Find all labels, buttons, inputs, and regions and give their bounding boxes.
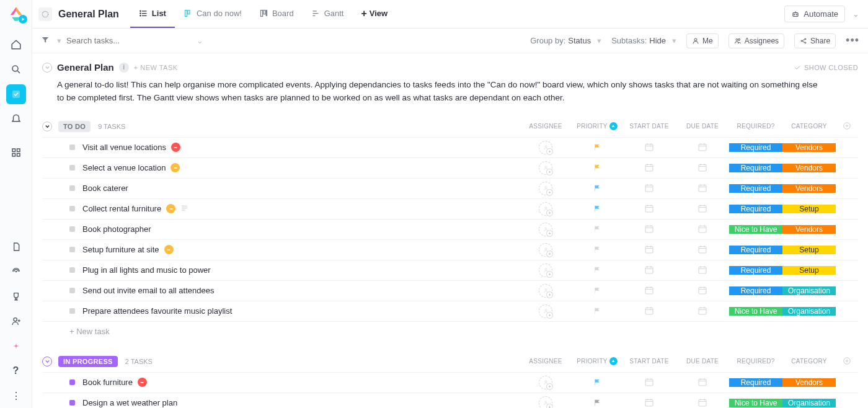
new-task-link[interactable]: + NEW TASK — [134, 64, 178, 71]
status-square-icon[interactable] — [69, 206, 75, 211]
doc-icon[interactable] — [6, 237, 26, 257]
priority-cell[interactable] — [572, 378, 622, 386]
due-date-cell[interactable] — [676, 244, 729, 256]
assignee-cell[interactable]: + — [520, 396, 572, 408]
due-date-cell[interactable] — [676, 162, 729, 174]
home-icon[interactable] — [6, 35, 26, 55]
status-square-icon[interactable] — [69, 185, 75, 191]
col-start-date[interactable]: START DATE — [622, 358, 676, 365]
assignee-cell[interactable]: + — [520, 182, 572, 195]
status-square-icon[interactable] — [69, 247, 75, 252]
task-row[interactable]: Book caterer + Required Vendors — [42, 179, 858, 199]
due-date-cell[interactable] — [676, 182, 729, 195]
task-row[interactable]: Design a wet weather plan + Nice to Have… — [42, 393, 858, 408]
help-icon[interactable]: ? — [6, 361, 26, 381]
status-badge[interactable]: TO DO — [58, 121, 91, 132]
task-row[interactable]: Prepare attendees favourite music playli… — [42, 301, 858, 322]
task-row[interactable]: Select a venue location + Required Vendo… — [42, 158, 858, 179]
list-collapse-icon[interactable] — [42, 63, 52, 73]
required-cell[interactable]: Required — [729, 205, 782, 213]
col-required[interactable]: REQUIRED? — [729, 123, 782, 130]
priority-cell[interactable] — [572, 225, 622, 233]
assignee-cell[interactable]: + — [520, 264, 572, 277]
category-cell[interactable]: Vendors — [782, 225, 836, 234]
add-column-icon[interactable] — [836, 357, 858, 366]
filter-caret-icon[interactable]: ▾ — [57, 36, 61, 45]
start-date-cell[interactable] — [622, 182, 676, 195]
category-cell[interactable]: Vendors — [782, 164, 836, 172]
category-cell[interactable]: Setup — [782, 266, 836, 275]
priority-cell[interactable] — [572, 266, 622, 274]
tab-board[interactable]: Board — [250, 0, 303, 28]
due-date-cell[interactable] — [676, 141, 729, 154]
automate-chevron-icon[interactable]: ⌄ — [850, 9, 862, 19]
add-view-button[interactable]: +View — [352, 0, 396, 28]
assignee-cell[interactable]: + — [520, 161, 572, 175]
required-cell[interactable]: Required — [729, 378, 782, 387]
priority-cell[interactable] — [572, 286, 622, 295]
app-logo[interactable] — [7, 5, 25, 22]
col-due-date[interactable]: DUE DATE — [676, 358, 729, 365]
info-icon[interactable]: i — [119, 63, 129, 73]
search-input[interactable] — [66, 36, 153, 45]
start-date-cell[interactable] — [622, 285, 676, 297]
col-due-date[interactable]: DUE DATE — [676, 123, 729, 130]
task-row[interactable]: Book photographer + Nice to Have Vendors — [42, 220, 858, 240]
start-date-cell[interactable] — [622, 376, 676, 389]
col-category[interactable]: CATEGORY — [782, 123, 836, 130]
col-required[interactable]: REQUIRED? — [729, 358, 782, 365]
due-date-cell[interactable] — [676, 285, 729, 297]
required-cell[interactable]: Required — [729, 246, 782, 254]
start-date-cell[interactable] — [622, 162, 676, 174]
category-cell[interactable]: Setup — [782, 246, 836, 254]
required-cell[interactable]: Required — [729, 266, 782, 275]
col-priority[interactable]: PRIORITY — [572, 357, 622, 365]
required-cell[interactable]: Required — [729, 143, 782, 152]
status-square-icon[interactable] — [69, 400, 75, 406]
due-date-cell[interactable] — [676, 397, 729, 408]
show-closed-button[interactable]: SHOW CLOSED — [794, 64, 858, 71]
task-row[interactable]: Book furniture + Required Vendors — [42, 373, 858, 393]
group-collapse-icon[interactable] — [42, 122, 52, 131]
subtasks-control[interactable]: Subtasks: Hide ▾ — [611, 36, 676, 45]
start-date-cell[interactable] — [622, 305, 676, 317]
task-row[interactable]: Plug in all lights and music to power + … — [42, 260, 858, 281]
assignees-button[interactable]: Assignees — [728, 33, 784, 48]
task-row[interactable]: Visit all venue locations + Required Ven… — [42, 138, 858, 158]
signal-icon[interactable] — [6, 262, 26, 282]
status-square-icon[interactable] — [69, 267, 75, 273]
col-assignee[interactable]: ASSIGNEE — [520, 358, 572, 365]
due-date-cell[interactable] — [676, 376, 729, 389]
add-user-icon[interactable] — [6, 311, 26, 331]
category-cell[interactable]: Vendors — [782, 378, 836, 387]
more-options-icon[interactable]: ••• — [846, 34, 859, 47]
start-date-cell[interactable] — [622, 223, 676, 236]
start-date-cell[interactable] — [622, 203, 676, 215]
required-cell[interactable]: Required — [729, 184, 782, 193]
due-date-cell[interactable] — [676, 264, 729, 277]
search-caret-icon[interactable]: ⌄ — [197, 36, 203, 45]
required-cell[interactable]: Nice to Have — [729, 399, 782, 407]
search-icon[interactable] — [6, 60, 26, 79]
category-cell[interactable]: Organisation — [782, 286, 836, 295]
priority-cell[interactable] — [572, 307, 622, 315]
add-task-row[interactable]: + New task — [42, 322, 858, 341]
required-cell[interactable]: Nice to Have — [729, 307, 782, 316]
task-row[interactable]: Collect rental furniture + Required Setu… — [42, 199, 858, 220]
assignee-cell[interactable]: + — [520, 284, 572, 298]
category-cell[interactable]: Organisation — [782, 307, 836, 316]
trophy-icon[interactable] — [6, 286, 26, 306]
required-cell[interactable]: Required — [729, 286, 782, 295]
tab-list[interactable]: List — [130, 0, 175, 28]
required-cell[interactable]: Nice to Have — [729, 225, 782, 234]
due-date-cell[interactable] — [676, 223, 729, 236]
priority-cell[interactable] — [572, 246, 622, 254]
status-square-icon[interactable] — [69, 144, 75, 150]
add-column-icon[interactable] — [836, 122, 858, 131]
col-category[interactable]: CATEGORY — [782, 358, 836, 365]
status-badge[interactable]: IN PROGRESS — [58, 356, 118, 367]
start-date-cell[interactable] — [622, 244, 676, 256]
apps-icon[interactable] — [6, 143, 26, 162]
status-square-icon[interactable] — [69, 165, 75, 171]
assignee-cell[interactable]: + — [520, 304, 572, 318]
